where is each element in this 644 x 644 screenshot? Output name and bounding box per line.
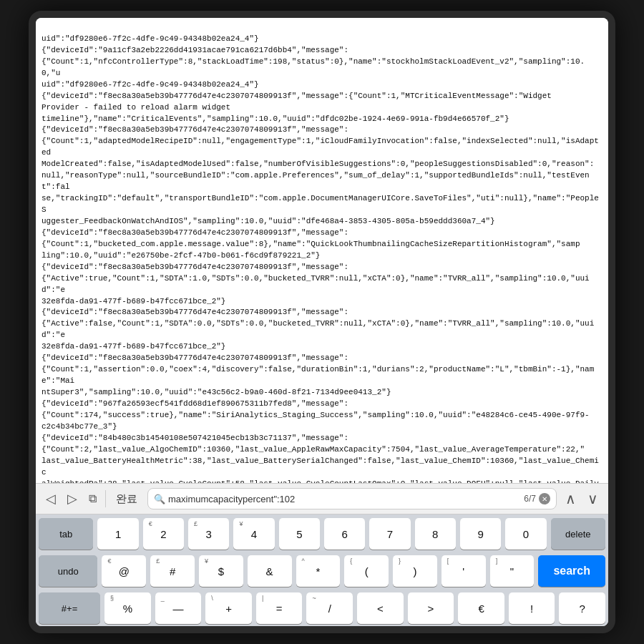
key-undo[interactable]: undo xyxy=(39,555,97,587)
search-button[interactable]: search xyxy=(538,555,605,587)
key-less-than[interactable]: < xyxy=(357,592,404,624)
key-8[interactable]: 8 xyxy=(415,518,456,550)
key-question[interactable]: ? xyxy=(559,592,605,624)
device-frame: uid":"df9280e6-7f2c-4dfe-9c49-94348b02ea… xyxy=(29,11,615,633)
content-area[interactable]: uid":"df9280e6-7f2c-4dfe-9c49-94348b02ea… xyxy=(36,18,608,483)
toolbar: ◁ ▷ ⧉ 완료 🔍 maximumcapacitypercent":102 6… xyxy=(36,483,608,514)
key-close-paren[interactable]: }) xyxy=(393,555,437,587)
key-greater-than[interactable]: > xyxy=(408,592,454,624)
key-plus[interactable]: \+ xyxy=(205,592,252,624)
search-count: 6/7 xyxy=(524,494,536,504)
complete-button[interactable]: 완료 xyxy=(112,491,142,507)
keyboard-row-more: #+= §% _— \+ |= ~/ < > xyxy=(36,589,608,626)
key-open-paren[interactable]: {( xyxy=(344,555,389,587)
key-tab[interactable]: tab xyxy=(39,518,93,550)
key-ampersand[interactable]: & xyxy=(248,555,292,587)
key-dash[interactable]: _— xyxy=(155,592,202,624)
search-text: maximumcapacitypercent":102 xyxy=(168,494,521,504)
key-6[interactable]: 6 xyxy=(324,518,365,550)
forward-button[interactable]: ▷ xyxy=(64,489,80,508)
key-special[interactable]: #+= xyxy=(39,592,100,624)
toolbar-divider xyxy=(105,490,106,507)
key-apostrophe[interactable]: [' xyxy=(441,555,486,587)
paste-button[interactable]: ⧉ xyxy=(86,491,99,507)
key-3[interactable]: £3 xyxy=(188,518,229,550)
keyboard-row-numbers: tab 1 €2 £3 ¥4 5 6 7 8 9 0 delete xyxy=(36,514,608,552)
key-equals[interactable]: |= xyxy=(256,592,303,624)
search-icon: 🔍 xyxy=(154,494,165,504)
key-percent[interactable]: §% xyxy=(104,592,151,624)
search-bar[interactable]: 🔍 maximumcapacitypercent":102 6/7 ✕ xyxy=(147,488,557,509)
key-asterisk[interactable]: ^* xyxy=(296,555,341,587)
search-down-button[interactable]: ∨ xyxy=(585,489,601,509)
keyboard: tab 1 €2 £3 ¥4 5 6 7 8 9 0 delete xyxy=(36,514,608,626)
key-5[interactable]: 5 xyxy=(279,518,320,550)
key-dollar[interactable]: ¥$ xyxy=(199,555,243,587)
keyboard-row-symbols: undo €@ £# ¥$ & ^* {( }) xyxy=(36,552,608,589)
key-7[interactable]: 7 xyxy=(369,518,410,550)
key-0[interactable]: 0 xyxy=(505,518,546,550)
key-1[interactable]: 1 xyxy=(97,518,138,550)
key-quote[interactable]: ]" xyxy=(490,555,535,587)
screen: uid":"df9280e6-7f2c-4dfe-9c49-94348b02ea… xyxy=(36,18,608,626)
search-up-button[interactable]: ∧ xyxy=(562,489,579,509)
back-button[interactable]: ◁ xyxy=(43,489,59,508)
search-clear-button[interactable]: ✕ xyxy=(539,493,550,504)
content-text: uid":"df9280e6-7f2c-4dfe-9c49-94348b02ea… xyxy=(42,22,602,483)
key-exclamation[interactable]: ! xyxy=(509,592,555,624)
key-4[interactable]: ¥4 xyxy=(233,518,274,550)
key-euro[interactable]: € xyxy=(458,592,504,624)
key-delete[interactable]: delete xyxy=(551,518,605,550)
key-2[interactable]: €2 xyxy=(143,518,184,550)
key-hash[interactable]: £# xyxy=(150,555,195,587)
key-at[interactable]: €@ xyxy=(102,555,146,587)
key-9[interactable]: 9 xyxy=(460,518,501,550)
key-slash[interactable]: ~/ xyxy=(306,592,353,624)
